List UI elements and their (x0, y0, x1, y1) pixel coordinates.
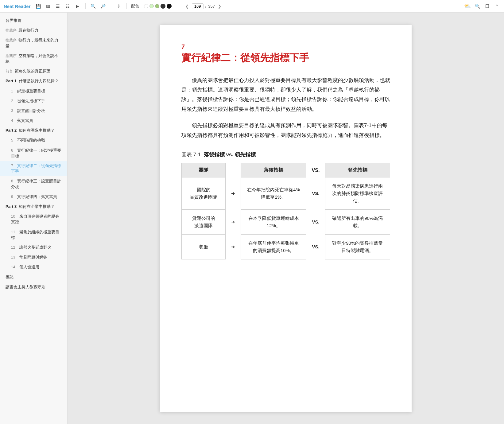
sidebar-item-label: 不同階段的挑戰 (17, 138, 45, 142)
caption-title: 落後指標 vs. 領先指標 (204, 152, 256, 158)
ch-num: 9 (11, 195, 13, 199)
sidebar-item-label: 什麼是執行力四紀律？ (19, 79, 59, 83)
ch-num: 6 (11, 148, 13, 153)
color-dot-dark[interactable] (161, 4, 165, 9)
prefix: 推薦序 (6, 28, 17, 33)
sep3 (126, 3, 127, 9)
ch-num: 5 (11, 138, 13, 142)
sidebar-item-ch11[interactable]: 11 聚焦於組織的極重要目標 (0, 227, 67, 243)
color-dots (144, 4, 172, 9)
sidebar-item-label: 各界推薦 (6, 18, 21, 23)
vs-cell-1: VS. (306, 177, 325, 210)
color-dot-white[interactable] (144, 4, 148, 8)
sidebar-item-preface2[interactable]: 推薦序執行力，最得未來的力量 (0, 35, 67, 51)
sidebar-item-label: 最在執行力 (18, 28, 38, 33)
sidebar-item-ch6[interactable]: 6 實行紀律一：綁定極重要目標 (0, 146, 67, 161)
save-icon[interactable]: 💾 (35, 3, 42, 10)
duplicate-icon[interactable]: ▦ (45, 3, 52, 10)
zoom-out-icon[interactable]: 🔍 (90, 3, 97, 10)
part-label: Part 1 (6, 79, 19, 83)
menu-icon[interactable]: ☰ (55, 3, 61, 10)
sidebar-item-label: 如何在企業中推動？ (19, 204, 55, 209)
page-number-input[interactable]: 169 (192, 3, 204, 9)
fullscreen-icon[interactable]: ❐ (484, 3, 490, 10)
prefix: 推薦序 (6, 38, 17, 42)
page-icon[interactable]: ▶ (74, 3, 81, 10)
page-total: 357 (208, 4, 215, 9)
sidebar-item-preface1[interactable]: 推薦序最在執行力 (0, 25, 67, 35)
arrow-3: ➜ (226, 235, 241, 259)
sidebar-item-ch9[interactable]: 9 實行紀律四：落實當責 (0, 192, 67, 202)
ch-num: 4 (11, 119, 13, 123)
sidebar-item-label: 從領先指標下手 (17, 99, 45, 103)
part-label: Part 3 (6, 204, 19, 209)
sidebar-item-ch1[interactable]: 1 綁定極重要目標 (0, 86, 67, 96)
page-container: 7 實行紀律二：從領先指標下手 優異的團隊會把最佳心力投入於對極重要目標具有最大… (160, 25, 412, 412)
sidebar-item-label: 常見問題與解答 (19, 255, 47, 259)
sep4 (178, 3, 178, 9)
sidebar-item-part3[interactable]: Part 3 如何在企業中推動？ (0, 202, 67, 212)
sidebar-item-label: 設置醒目計分板 (17, 108, 45, 113)
sidebar-item-label: 讀書會主持人教戰守則 (6, 285, 45, 289)
sidebar-item-label: 實行紀律三：設置醒目計分板 (11, 179, 61, 189)
grid-icon[interactable]: ☷ (64, 3, 71, 10)
sidebar-item-ch2[interactable]: 2 從領先指標下手 (0, 96, 67, 106)
ch-num: 14 (11, 265, 15, 269)
vs-cell-2: VS. (306, 210, 325, 235)
paragraph-2: 領先指標必須對極重要目標的達成具有預測作用，同時可被團隊影響。圖表7-1中的每項… (181, 121, 390, 140)
sidebar-item-foreword[interactable]: 前言策略失敗的真正原因 (0, 66, 67, 76)
sidebar-item-ch14[interactable]: 14 個人也適用 (0, 262, 67, 272)
lag-cell-1: 在今年把院內死亡率從4%降低至2%。 (241, 177, 306, 210)
sidebar-item-ch12[interactable]: 12 讓營火蔓延成野火 (0, 243, 67, 252)
app-title: Neat Reader (4, 4, 31, 9)
sidebar-item-ch4[interactable]: 4 落實當責 (0, 116, 67, 126)
table-section: 圖表 7-1 落後指標 vs. 領先指標 團隊 (181, 151, 390, 259)
prefix: 前言 (6, 69, 13, 73)
sidebar-item-ch10[interactable]: 10 來自頂尖領導者的親身實證 (0, 212, 67, 227)
ch-num: 8 (11, 179, 13, 183)
color-dot-lightgreen[interactable] (149, 4, 154, 8)
ch-num: 10 (11, 214, 15, 219)
sidebar-item-label: 策略失敗的真正原因 (15, 69, 51, 73)
next-page-button[interactable]: ❯ (217, 3, 223, 9)
color-dot-green[interactable] (155, 4, 159, 8)
sidebar-item-label: 落實當責 (17, 118, 33, 123)
cloud-icon[interactable]: ⛅ (464, 3, 471, 10)
sidebar-item-endorsements[interactable]: 各界推薦 (0, 16, 67, 25)
arrow-2: ➜ (226, 210, 241, 235)
sidebar-item-part1[interactable]: Part 1 什麼是執行力四紀律？ (0, 76, 67, 86)
lead-cell-3: 對至少90%的賓客推薦當日特製雞尾酒。 (325, 235, 390, 259)
caption-label: 圖表 7-1 (181, 152, 201, 158)
content-area[interactable]: 7 實行紀律二：從領先指標下手 優異的團隊會把最佳心力投入於對極重要目標具有最大… (68, 13, 504, 424)
sidebar: 各界推薦 推薦序最在執行力 推薦序執行力，最得未來的力量 推薦序空有策略，只會先… (0, 13, 68, 424)
download-icon[interactable]: ⇩ (115, 3, 122, 10)
col-header-lag: 落後指標 (241, 163, 306, 177)
sidebar-item-ch13[interactable]: 13 常見問題與解答 (0, 252, 67, 262)
sidebar-item-preface3[interactable]: 推薦序空有策略，只會先說不練 (0, 51, 67, 66)
sidebar-item-part2[interactable]: Part 2 如何在團隊中推動？ (0, 126, 67, 135)
comparison-table: 團隊 落後指標 VS. 領先指標 醫院的品質改進團隊 ➜ 在今年把院內死亡率從4… (181, 163, 390, 259)
lag-cell-2: 在本季降低貨車運輸成本12%。 (241, 210, 306, 235)
arrow-1: ➜ (226, 177, 241, 210)
sidebar-item-label: 實行紀律二：從領先指標下手 (11, 163, 61, 173)
search-icon[interactable]: 🔍 (474, 3, 481, 10)
zoom-in-icon[interactable]: 🔎 (100, 3, 107, 10)
collapse-icon[interactable]: ⌃ (494, 3, 500, 10)
prev-page-button[interactable]: ❮ (184, 3, 190, 9)
sidebar-item-label: 來自頂尖領導者的親身實證 (11, 214, 59, 224)
color-dot-black[interactable] (167, 4, 172, 9)
sidebar-item-ch5[interactable]: 5 不同階段的挑戰 (0, 135, 67, 145)
sidebar-item-ch3[interactable]: 3 設置醒目計分板 (0, 106, 67, 116)
team-cell-3: 餐廳 (182, 235, 226, 259)
sidebar-item-rules[interactable]: 讀書會主持人教戰守則 (0, 282, 67, 292)
ch-num: 13 (11, 255, 15, 259)
ch-num: 11 (11, 230, 15, 234)
sidebar-item-epilogue[interactable]: 後記 (0, 272, 67, 282)
sidebar-item-ch7[interactable]: 7 實行紀律二：從領先指標下手 (0, 161, 67, 176)
sep1 (85, 3, 86, 9)
sidebar-item-ch8[interactable]: 8 實行紀律三：設置醒目計分板 (0, 176, 67, 192)
table-row: 貨運公司的派遣團隊 ➜ 在本季降低貨車運輸成本12%。 VS. 確認所有出車的9… (182, 210, 390, 235)
table-row: 醫院的品質改進團隊 ➜ 在今年把院內死亡率從4%降低至2%。 VS. 每天對易感… (182, 177, 390, 210)
team-cell-1: 醫院的品質改進團隊 (182, 177, 226, 210)
top-bar: Neat Reader 💾 ▦ ☰ ☷ ▶ 🔍 🔎 ⇩ 配色 ❮ 169 / 3… (0, 0, 504, 13)
